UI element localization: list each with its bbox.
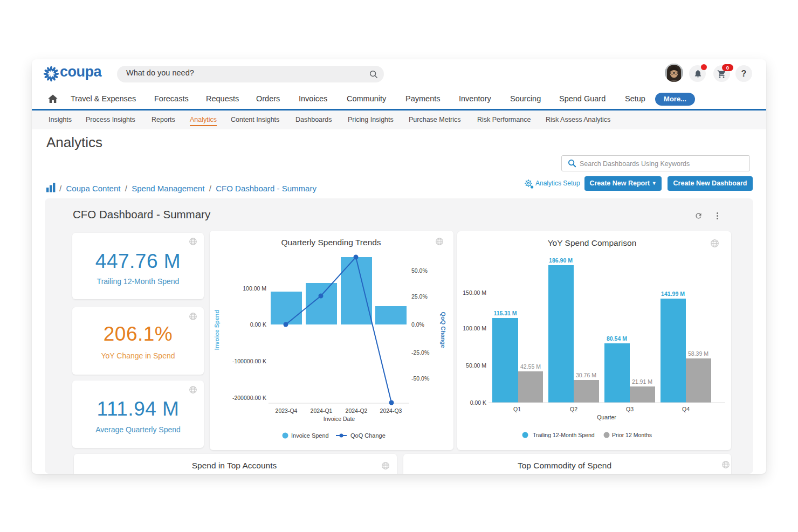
- svg-text:2024-Q3: 2024-Q3: [380, 407, 402, 414]
- svg-text:YoY Spend Comparison: YoY Spend Comparison: [548, 238, 637, 247]
- svg-text:0.00 K: 0.00 K: [470, 399, 486, 406]
- svg-text:-50.0%: -50.0%: [411, 375, 429, 382]
- svg-text:Trailing 12-Month Spend: Trailing 12-Month Spend: [533, 432, 595, 438]
- svg-text:141.99 M: 141.99 M: [661, 291, 685, 297]
- svg-text:115.31 M: 115.31 M: [493, 310, 517, 316]
- svg-text:2024-Q2: 2024-Q2: [346, 407, 368, 414]
- svg-text:50.0%: 50.0%: [411, 267, 428, 274]
- svg-text:0.00 K: 0.00 K: [250, 321, 266, 328]
- svg-text:186.90 M: 186.90 M: [549, 257, 573, 264]
- svg-text:-100000.00 K: -100000.00 K: [232, 358, 266, 364]
- svg-text:80.54 M: 80.54 M: [607, 335, 627, 342]
- svg-text:2023-Q4: 2023-Q4: [276, 407, 298, 414]
- svg-text:-25.0%: -25.0%: [411, 349, 429, 356]
- svg-text:Invoice Spend: Invoice Spend: [214, 310, 220, 350]
- svg-text:0.0%: 0.0%: [411, 321, 424, 328]
- svg-text:QoQ Change: QoQ Change: [440, 312, 446, 348]
- svg-text:Quarterly Spending Trends: Quarterly Spending Trends: [281, 238, 381, 247]
- svg-text:-200000.00 K: -200000.00 K: [232, 395, 266, 401]
- svg-text:Q2: Q2: [570, 406, 577, 412]
- svg-text:100.00 M: 100.00 M: [463, 325, 486, 331]
- svg-text:Invoice Spend: Invoice Spend: [291, 432, 329, 439]
- svg-text:QoQ Change: QoQ Change: [350, 432, 386, 439]
- svg-text:50.00 M: 50.00 M: [466, 362, 486, 369]
- svg-text:58.39 M: 58.39 M: [688, 350, 708, 357]
- svg-text:Quarter: Quarter: [597, 414, 616, 420]
- svg-text:Q3: Q3: [626, 406, 634, 412]
- svg-text:25.0%: 25.0%: [411, 293, 428, 300]
- svg-text:Invoice Date: Invoice Date: [324, 416, 355, 422]
- svg-text:150.00 M: 150.00 M: [463, 289, 486, 296]
- svg-text:42.55 M: 42.55 M: [520, 363, 541, 370]
- svg-text:21.91 M: 21.91 M: [632, 378, 652, 385]
- svg-text:2024-Q1: 2024-Q1: [311, 407, 333, 414]
- svg-text:Q4: Q4: [682, 406, 690, 412]
- svg-text:Prior 12 Months: Prior 12 Months: [612, 432, 652, 438]
- svg-text:Q1: Q1: [513, 406, 521, 412]
- svg-text:100.00 M: 100.00 M: [243, 285, 266, 292]
- svg-text:30.76 M: 30.76 M: [576, 372, 596, 378]
